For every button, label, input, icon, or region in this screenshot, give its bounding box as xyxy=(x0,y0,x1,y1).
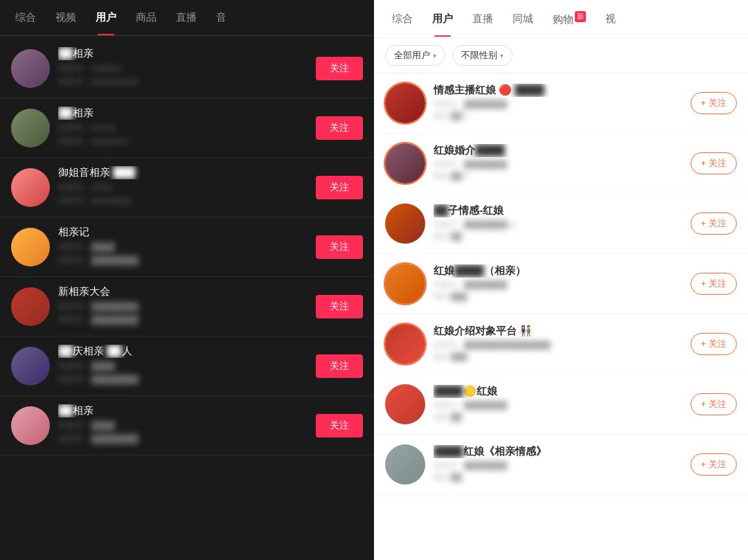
follow-button[interactable]: + 关注 xyxy=(691,453,737,476)
avatar xyxy=(11,109,50,147)
user-meta2: 粉丝 ███ xyxy=(434,291,682,302)
user-meta1: 抖音号：████████████████ xyxy=(434,340,682,350)
right-tab-bar: 综合 用户 直播 同城 购物新 视 xyxy=(374,0,748,38)
user-meta2: 粉丝 ██ xyxy=(434,412,682,422)
user-name: ██相亲 xyxy=(58,47,308,60)
list-item: 红娘介绍对象平台 👫 抖音号：████████████████ 粉丝 ███ +… xyxy=(374,314,748,374)
user-name: 红娘████（相亲） xyxy=(434,264,682,278)
user-info: 红娘介绍对象平台 👫 抖音号：████████████████ 粉丝 ███ xyxy=(434,325,682,363)
list-item: 红娘████（相亲） 抖音号：████████ 粉丝 ███ + 关注 xyxy=(374,254,748,314)
user-info: ██子情感-红娘 抖音号：████████ng 粉丝 ██ xyxy=(434,204,682,243)
list-item: ████红娘《相亲情感》 抖音号：████████ 粉丝 ██ + 关注 xyxy=(374,435,748,495)
user-meta1: 抖音号：hei kei xyxy=(58,123,308,134)
user-name: ████红娘《相亲情感》 xyxy=(434,445,682,458)
filter-user-type[interactable]: 全部用户 xyxy=(385,45,445,66)
user-name: 相亲记 xyxy=(58,226,308,239)
follow-button[interactable]: + 关注 xyxy=(691,273,737,295)
left-tab-商品[interactable]: 商品 xyxy=(126,0,166,35)
user-name: 红娘介绍对象平台 👫 xyxy=(434,325,682,338)
follow-button[interactable]: 关注 xyxy=(316,116,363,140)
list-item: 新相亲大会 抖音号：████████ 抖音号：████████ 关注 xyxy=(0,277,374,336)
right-tab-用户[interactable]: 用户 xyxy=(422,1,463,37)
user-info: ██相亲 抖音号：████ 抖音号：████████ xyxy=(58,404,308,446)
filter-bar: 全部用户 不限性别 xyxy=(374,38,748,73)
new-badge: 新 xyxy=(575,11,586,22)
user-meta1: 抖音号：████████ xyxy=(434,460,682,471)
avatar-image xyxy=(385,204,425,244)
follow-button[interactable]: 关注 xyxy=(316,176,363,199)
live-ring xyxy=(384,262,427,305)
avatar xyxy=(385,384,425,424)
user-meta1: 抖音号：████████ xyxy=(434,280,682,290)
user-meta1: 抖音号：████████ xyxy=(434,400,682,410)
user-meta1: 抖音号：████ xyxy=(58,242,308,253)
follow-button[interactable]: 关注 xyxy=(316,235,363,259)
avatar xyxy=(11,49,50,88)
user-info: 红娘婚介████ 抖音号：████████ 粉丝 ██万 xyxy=(434,144,682,183)
user-meta2: 抖音号：████████ xyxy=(58,255,308,267)
right-tab-同城[interactable]: 同城 xyxy=(503,1,543,37)
follow-button[interactable]: + 关注 xyxy=(691,393,737,415)
user-info: ████🟡红娘 抖音号：████████ 粉丝 ██ xyxy=(434,385,682,424)
follow-button[interactable]: 关注 xyxy=(316,354,363,378)
avatar xyxy=(11,406,50,445)
avatar xyxy=(385,83,425,123)
follow-button[interactable]: + 关注 xyxy=(691,333,737,355)
avatar-image xyxy=(385,444,425,485)
user-name: ██庆相亲 ██人 xyxy=(58,345,308,358)
user-meta2: 粉丝 ██万 xyxy=(434,111,682,121)
left-tab-综合[interactable]: 综合 xyxy=(6,0,46,35)
follow-button[interactable]: 关注 xyxy=(316,57,363,80)
right-tab-直播[interactable]: 直播 xyxy=(463,1,503,37)
user-info: ████红娘《相亲情感》 抖音号：████████ 粉丝 ██ xyxy=(434,445,682,484)
follow-button[interactable]: + 关注 xyxy=(691,92,737,114)
left-tab-音[interactable]: 音 xyxy=(206,0,236,35)
left-panel: 综合 视频 用户 商品 直播 音 ██相亲 抖音号：hulahua 抖音号：bu… xyxy=(0,0,374,560)
user-info: 情感主播红娘 🔴 ████ 抖音号：████████ 粉丝 ██万 xyxy=(434,84,682,123)
user-meta1: 抖音号：████ xyxy=(58,420,308,432)
user-meta2: 粉丝 ██ xyxy=(434,231,682,242)
user-meta2: 抖音号：████████ xyxy=(58,374,308,386)
user-meta2: 粉丝 ██ xyxy=(434,472,682,482)
user-info: 新相亲大会 抖音号：████████ 抖音号：████████ xyxy=(58,285,308,327)
follow-button[interactable]: 关注 xyxy=(316,414,363,437)
list-item: ██庆相亲 ██人 抖音号：████ 抖音号：████████ 关注 xyxy=(0,336,374,396)
user-meta2: 抖音号：kuoyoonu xyxy=(58,136,308,147)
user-name: 新相亲大会 xyxy=(58,285,308,298)
list-item: ████🟡红娘 抖音号：████████ 粉丝 ██ + 关注 xyxy=(374,374,748,435)
filter-gender[interactable]: 不限性别 xyxy=(452,45,513,66)
left-tab-直播[interactable]: 直播 xyxy=(166,0,206,35)
user-meta2: 抖音号：████████ xyxy=(58,314,308,326)
user-meta1: 抖音号：hulahua xyxy=(58,63,308,75)
left-tab-bar: 综合 视频 用户 商品 直播 音 xyxy=(0,0,374,36)
right-tab-视[interactable]: 视 xyxy=(596,1,625,37)
user-info: 相亲记 抖音号：████ 抖音号：████████ xyxy=(58,226,308,268)
right-tab-购物[interactable]: 购物新 xyxy=(543,0,596,37)
user-meta1: 抖音号：████████ xyxy=(434,159,682,170)
user-name: ██相亲 xyxy=(58,404,308,417)
user-info: 御姐音相亲 ███ 抖音号：xThur 抖音号：shreetking xyxy=(58,166,308,208)
list-item: ██相亲 抖音号：hei kei 抖音号：kuoyoonu 关注 xyxy=(0,98,374,158)
avatar xyxy=(11,347,50,386)
avatar-image xyxy=(385,384,425,424)
user-info: ██相亲 抖音号：hei kei 抖音号：kuoyoonu xyxy=(58,107,308,149)
user-info: 红娘████（相亲） 抖音号：████████ 粉丝 ███ xyxy=(434,264,682,303)
user-meta2: 粉丝 ██万 xyxy=(434,171,682,181)
list-item: 情感主播红娘 🔴 ████ 抖音号：████████ 粉丝 ██万 + 关注 xyxy=(374,73,748,134)
right-tab-综合[interactable]: 综合 xyxy=(382,1,422,37)
follow-button[interactable]: + 关注 xyxy=(691,152,737,174)
follow-button[interactable]: 关注 xyxy=(316,295,363,318)
user-name: ████🟡红娘 xyxy=(434,385,682,398)
user-meta1: 抖音号：xThur xyxy=(58,182,308,194)
user-meta1: 抖音号：████████ xyxy=(434,99,682,109)
user-meta2: 抖音号：buombuomb xyxy=(58,76,308,88)
user-meta2: 抖音号：████████ xyxy=(58,433,308,445)
follow-button[interactable]: + 关注 xyxy=(691,213,737,235)
left-user-list: ██相亲 抖音号：hulahua 抖音号：buombuomb 关注 ██相亲 抖… xyxy=(0,36,374,560)
user-info: ██相亲 抖音号：hulahua 抖音号：buombuomb xyxy=(58,47,308,89)
list-item: ██相亲 抖音号：hulahua 抖音号：buombuomb 关注 xyxy=(0,39,374,98)
left-tab-用户[interactable]: 用户 xyxy=(86,0,126,35)
live-ring xyxy=(384,323,427,365)
left-tab-视频[interactable]: 视频 xyxy=(46,0,86,35)
user-name: ██相亲 xyxy=(58,107,308,120)
